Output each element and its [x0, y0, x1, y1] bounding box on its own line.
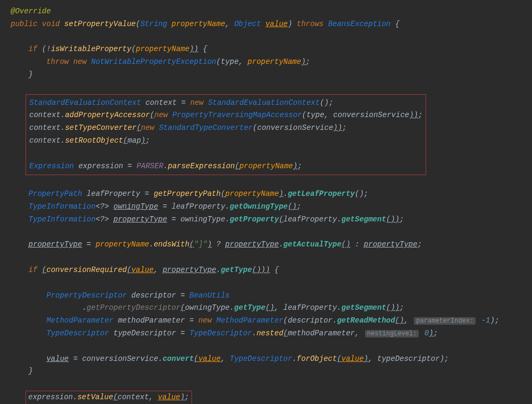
- highlight-box-2: expression.setValue(context, value);: [26, 391, 192, 404]
- highlight-box-1: StandardEvaluationContext context = new …: [26, 94, 426, 176]
- inline-hint-parameter-index: parameterIndex:: [414, 317, 476, 325]
- code-editor: @Override public void setPropertyValue(S…: [11, 5, 529, 404]
- inline-hint-nesting-level: nestingLevel:: [365, 330, 419, 337]
- annotation: @Override: [11, 7, 51, 15]
- method-signature: public void setPropertyValue(String prop…: [11, 18, 529, 31]
